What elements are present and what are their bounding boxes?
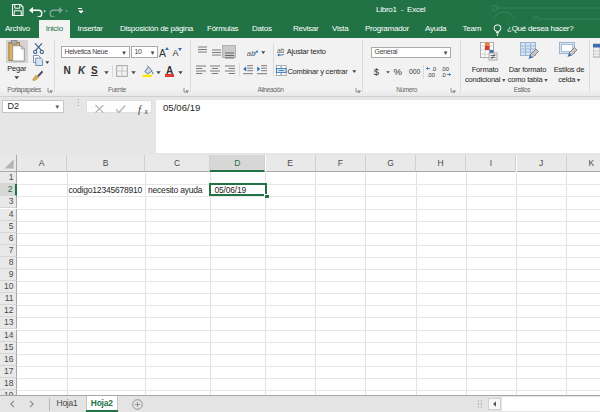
svg-text:ab: ab bbox=[247, 49, 256, 58]
svg-text:ab: ab bbox=[277, 47, 285, 54]
svg-text:x: x bbox=[144, 107, 149, 115]
svg-text:.00: .00 bbox=[427, 71, 435, 77]
svg-text:f: f bbox=[138, 103, 143, 115]
svg-text:.0: .0 bbox=[441, 71, 446, 77]
